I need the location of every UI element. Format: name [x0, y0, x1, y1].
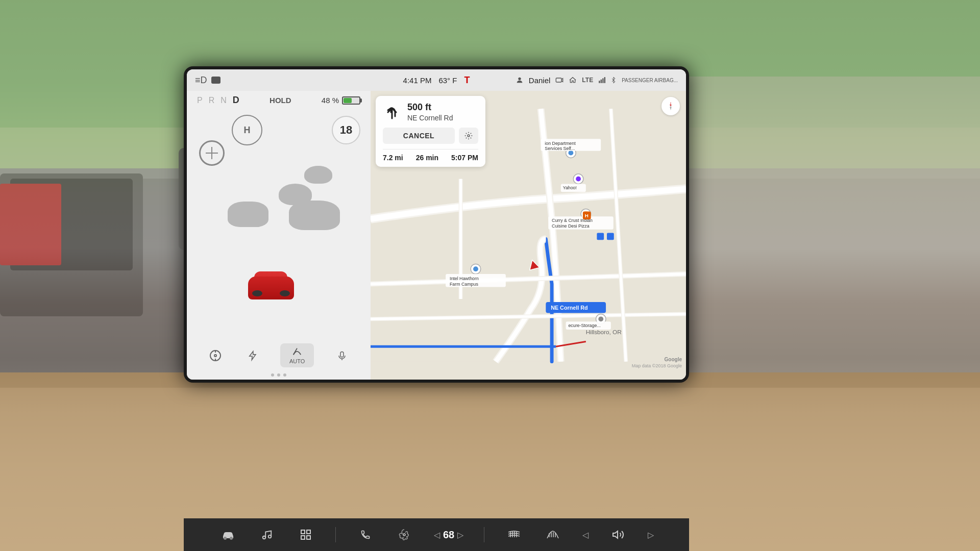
svg-point-38	[576, 177, 581, 182]
svg-point-65	[230, 537, 233, 540]
gear-selector: P R N D	[197, 95, 239, 106]
nav-settings-button[interactable]	[459, 128, 478, 144]
traffic-car-1	[304, 166, 332, 184]
mic-control-icon[interactable]	[333, 346, 351, 365]
compass-control-icon[interactable]	[206, 346, 225, 365]
svg-rect-57	[597, 233, 604, 240]
taskbar: ◁ 68 ▷ ◁ ▷	[184, 518, 689, 551]
temp-up-button[interactable]: ▷	[457, 530, 463, 540]
dot-2	[277, 373, 280, 377]
svg-rect-25	[340, 352, 344, 357]
hold-button[interactable]: H	[232, 115, 262, 145]
svg-point-21	[214, 355, 216, 357]
battery-section: 48 %	[322, 96, 360, 105]
temperature-control: ◁ 68 ▷	[434, 529, 463, 541]
stat-distance-value: 7.2 mi	[383, 154, 403, 162]
lightning-control-icon[interactable]	[243, 346, 262, 365]
gear-P[interactable]: P	[197, 96, 203, 105]
svg-text:ecure-Storage...: ecure-Storage...	[568, 323, 600, 328]
gear-R[interactable]: R	[209, 96, 215, 105]
svg-point-72	[403, 534, 405, 536]
speed-display: 18	[332, 116, 360, 144]
profile-icon	[516, 76, 524, 84]
svg-text:Services Self...: Services Self...	[545, 146, 575, 151]
status-bar: ≡D 4:41 PM 63° F T Daniel LTE PASSENGER …	[187, 69, 686, 91]
cancel-navigation-button[interactable]: CANCEL	[383, 128, 455, 144]
user-car	[248, 270, 294, 309]
wiper-auto-button[interactable]: AUTO	[280, 343, 314, 367]
taskbar-fan-icon[interactable]	[395, 525, 413, 544]
car-body	[248, 277, 294, 299]
hold-label: HOLD	[270, 96, 291, 105]
volume-right-button[interactable]: ▷	[648, 530, 654, 540]
svg-text:N: N	[670, 103, 672, 106]
tesla-screen: ≡D 4:41 PM 63° F T Daniel LTE PASSENGER …	[187, 69, 686, 380]
svg-text:Cuisine Desi Pizza: Cuisine Desi Pizza	[552, 223, 590, 229]
tesla-screen-bezel: ≡D 4:41 PM 63° F T Daniel LTE PASSENGER …	[184, 66, 689, 383]
map-panel[interactable]: NE Cornell Rd Hillsboro, OR ion Departme…	[371, 91, 686, 380]
hold-button-label: H	[244, 125, 251, 136]
temperature-display: 63° F	[438, 76, 457, 85]
headlights-icon[interactable]: ≡D	[195, 75, 207, 86]
gear-D[interactable]: D	[233, 95, 239, 106]
taskbar-volume-icon[interactable]	[609, 525, 627, 544]
gear-N[interactable]: N	[220, 96, 227, 105]
taskbar-car-icon[interactable]	[219, 525, 237, 544]
nav-turn-arrow	[383, 103, 401, 121]
svg-text:Farm Campus: Farm Campus	[450, 282, 478, 287]
camera-small-icon	[555, 76, 564, 84]
svg-rect-69	[307, 530, 310, 534]
svg-point-33	[568, 151, 573, 156]
svg-rect-16	[599, 81, 600, 83]
svg-point-67	[268, 535, 272, 538]
lte-signal: LTE	[582, 77, 593, 84]
status-center: 4:41 PM 63° F T	[403, 75, 470, 86]
temp-value: 68	[443, 529, 454, 541]
svg-rect-70	[301, 536, 305, 539]
car-visualization	[187, 151, 371, 339]
wiper-label: AUTO	[289, 358, 305, 364]
stat-eta-value: 5:07 PM	[451, 154, 478, 162]
camera-icon[interactable]	[211, 77, 220, 84]
svg-rect-68	[301, 530, 305, 534]
nav-stat-distance: 7.2 mi	[383, 154, 403, 162]
traffic-car-3	[228, 202, 268, 227]
svg-point-54	[598, 316, 603, 321]
google-watermark: Google	[665, 357, 682, 362]
battery-percent: 48 %	[322, 96, 339, 105]
svg-point-60	[468, 135, 470, 137]
home-icon[interactable]	[569, 76, 577, 84]
taskbar-apps-icon[interactable]	[297, 525, 315, 544]
settings-gear-icon	[464, 132, 473, 140]
wiper-icon	[289, 346, 305, 358]
tesla-logo: T	[464, 75, 470, 86]
svg-point-49	[473, 266, 478, 271]
status-icons-left: ≡D	[195, 75, 220, 86]
battery-fill	[344, 98, 352, 103]
svg-rect-19	[604, 77, 605, 83]
taskbar-phone-icon[interactable]	[356, 525, 375, 544]
map-compass[interactable]: N	[662, 97, 680, 115]
temp-down-button[interactable]: ◁	[434, 530, 440, 540]
taskbar-divider-1	[335, 527, 336, 542]
nav-street: NE Cornell Rd	[407, 113, 478, 122]
svg-rect-6	[0, 184, 61, 265]
volume-left-button[interactable]: ◁	[582, 530, 589, 540]
nav-direction: 500 ft NE Cornell Rd	[383, 102, 478, 122]
signal-bars-icon	[598, 77, 605, 84]
bluetooth-icon	[610, 76, 617, 84]
taskbar-rear-defrost-icon[interactable]	[505, 525, 523, 544]
nav-actions: CANCEL	[383, 128, 478, 144]
dot-1	[271, 373, 274, 377]
speed-value: 18	[340, 123, 352, 137]
time-display: 4:41 PM	[403, 76, 432, 85]
svg-rect-58	[607, 233, 614, 240]
stat-duration-value: 26 min	[416, 154, 438, 162]
taskbar-music-icon[interactable]	[258, 525, 276, 544]
drive-mode-bar: P R N D HOLD 48 %	[187, 91, 371, 110]
svg-point-64	[224, 537, 227, 540]
taskbar-front-defrost-icon[interactable]	[544, 525, 562, 544]
taskbar-divider-2	[484, 527, 484, 542]
nav-stat-eta: 5:07 PM	[451, 154, 478, 162]
passenger-airbag-label: PASSENGER AIRBAG...	[622, 78, 678, 83]
